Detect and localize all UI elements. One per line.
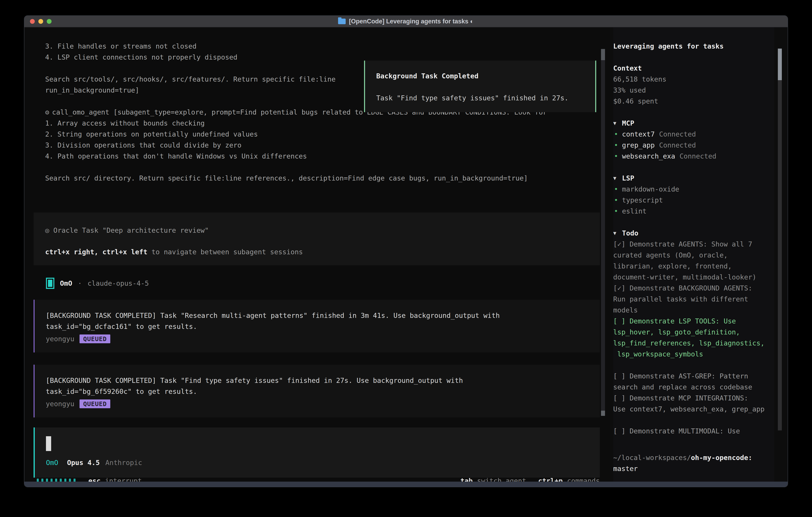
- zoom-button[interactable]: [47, 19, 52, 24]
- todo-line: [ ] Demonstrate AST-GREP: Pattern: [613, 371, 774, 382]
- todo-line: [✓] Demonstrate AGENTS: Show all 7: [613, 239, 774, 250]
- mcp-server-status: Connected: [659, 140, 696, 151]
- mcp-server-name: grep_app: [622, 140, 655, 151]
- text-cursor: [46, 436, 51, 451]
- prompt-input[interactable]: OmO Opus 4.5 Anthropic: [34, 428, 600, 478]
- bullet-icon: •: [613, 129, 622, 140]
- mcp-item: • websearch_exa Connected: [613, 151, 774, 162]
- toast-title: Background Task Completed: [376, 71, 584, 82]
- todo-list: [✓] Demonstrate AGENTS: Show all 7curate…: [613, 239, 774, 437]
- lsp-item: • markdown-oxide: [613, 184, 774, 195]
- todo-item: [ ] Demonstrate LSP TOOLS: Uselsp_hover,…: [613, 316, 774, 360]
- bullet-icon: •: [613, 184, 622, 195]
- agent-name: OmO: [60, 279, 72, 287]
- task-user: yeongyu: [46, 400, 74, 408]
- tool-call-items: 1. Array access without bounds checking2…: [45, 118, 547, 162]
- window-title: [OpenCode] Leveraging agents for tasks ◐: [338, 18, 474, 25]
- context-spent: $0.46 spent: [613, 96, 774, 107]
- mcp-heading: MCP: [622, 118, 634, 129]
- main-scrollbar-thumb[interactable]: [601, 49, 605, 60]
- todo-line: Run parallel tasks with different: [613, 294, 774, 305]
- gear-icon: ⚙: [45, 108, 49, 116]
- terminal-line: 2. String operations on potentially unde…: [45, 129, 547, 140]
- traffic-lights: [30, 16, 52, 27]
- todo-line: Use context7, websearch_exa, grep_app: [613, 404, 774, 415]
- mcp-server-status: Connected: [679, 151, 716, 162]
- lsp-item: • typescript: [613, 195, 774, 206]
- status-badge: QUEUED: [80, 400, 110, 408]
- terminal-pane[interactable]: 3. File handles or streams not closed4. …: [24, 27, 610, 487]
- window-titlebar[interactable]: [OpenCode] Leveraging agents for tasks ◐: [24, 16, 788, 27]
- todo-item: [ ] Demonstrate AST-GREP: Patternsearch …: [613, 371, 774, 393]
- sidebar-scrollbar-thumb[interactable]: [778, 49, 782, 80]
- chevron-down-icon: ▼: [613, 228, 622, 239]
- lsp-server-name: typescript: [622, 195, 663, 206]
- todo-line: document-writer, multimodal-looker): [613, 272, 774, 283]
- blank-line: [45, 162, 547, 173]
- todo-item: [✓] Demonstrate BACKGROUND AGENTS:Run pa…: [613, 283, 774, 316]
- chevron-down-icon: ▼: [613, 118, 622, 129]
- lsp-section-header[interactable]: ▼ LSP: [613, 173, 774, 184]
- session-title: Leveraging agents for tasks: [613, 41, 774, 52]
- todo-section-header[interactable]: ▼ Todo: [613, 228, 774, 239]
- workspace-path: ~/local-workspaces/oh-my-opencode: maste…: [613, 452, 752, 474]
- mcp-section-header[interactable]: ▼ MCP: [613, 118, 774, 129]
- bullet-icon: •: [613, 195, 622, 206]
- background-task-block: [BACKGROUND TASK COMPLETED] Task "Find t…: [34, 365, 600, 417]
- bullet-icon: •: [613, 140, 622, 151]
- context-tokens: 66,518 tokens: [613, 74, 774, 85]
- lsp-server-name: markdown-oxide: [622, 184, 679, 195]
- context-used: 33% used: [613, 85, 774, 96]
- task-message-line2: task_id="bg_6f59260c" to get results.: [46, 386, 589, 397]
- mcp-item: • context7 Connected: [613, 129, 774, 140]
- agent-separator: ·: [78, 279, 82, 287]
- mcp-item: • grep_app Connected: [613, 140, 774, 151]
- mcp-server-status: Connected: [659, 129, 696, 140]
- task-user: yeongyu: [46, 335, 74, 343]
- minimize-button[interactable]: [38, 19, 43, 24]
- todo-item: [✓] Demonstrate AGENTS: Show all 7curate…: [613, 239, 774, 283]
- oracle-task-box: ◎ Oracle Task "Deep architecture review"…: [34, 213, 600, 265]
- todo-line: [✓] Demonstrate BACKGROUND AGENTS:: [613, 283, 774, 294]
- close-button[interactable]: [30, 19, 35, 24]
- terminal-line: 4. Path operations that don't handle Win…: [45, 151, 547, 162]
- main-scrollbar-end: [601, 411, 605, 416]
- session-sidebar: Leveraging agents for tasks Context 66,5…: [613, 27, 774, 487]
- todo-item: [ ] Demonstrate MCP INTEGRATIONS:Use con…: [613, 393, 774, 415]
- status-badge: QUEUED: [80, 334, 110, 343]
- todo-line: lsp_hover, lsp_goto_definition,: [613, 327, 774, 338]
- task-message-line1: [BACKGROUND TASK COMPLETED] Task "Find t…: [46, 375, 589, 386]
- main-scrollbar[interactable]: [601, 49, 605, 416]
- todo-line: [ ] Demonstrate MULTIMODAL: Use: [613, 426, 774, 437]
- task-message-line1: [BACKGROUND TASK COMPLETED] Task "Resear…: [46, 310, 589, 321]
- workspace-path-repo: oh-my-opencode:: [691, 454, 752, 462]
- mcp-list: • context7 Connected • grep_app Connecte…: [613, 129, 774, 162]
- tool-call-tail: Search src/ directory. Return specific f…: [45, 173, 547, 184]
- mcp-server-name: context7: [622, 129, 655, 140]
- oracle-task-title: ◎ Oracle Task "Deep architecture review": [45, 225, 588, 236]
- input-agent-name: OmO: [46, 459, 58, 467]
- input-model-name: Opus 4.5: [67, 459, 100, 467]
- chevron-down-icon: ▼: [613, 173, 622, 184]
- terminal-window: [OpenCode] Leveraging agents for tasks ◐…: [24, 16, 788, 487]
- todo-line: search and replace across codebase: [613, 382, 774, 393]
- folder-icon: [338, 19, 346, 24]
- todo-line: librarian, explore, frontend,: [613, 261, 774, 272]
- oracle-task-hint: ctrl+x right, ctrl+x left to navigate be…: [45, 246, 588, 257]
- mcp-server-name: websearch_exa: [622, 151, 675, 162]
- task-meta-row: yeongyu QUEUED: [46, 400, 589, 408]
- terminal-line: 3. Division operations that could divide…: [45, 140, 547, 151]
- todo-heading: Todo: [622, 228, 638, 239]
- terminal-line: 1. Array access without bounds checking: [45, 118, 547, 129]
- hint-rest: to navigate between subagent sessions: [147, 248, 303, 256]
- notification-toast[interactable]: Background Task Completed Task "Find typ…: [364, 61, 596, 112]
- sidebar-scrollbar[interactable]: [778, 49, 782, 430]
- lsp-item: • eslint: [613, 206, 774, 217]
- agent-header: OmO · claude-opus-4-5: [46, 278, 149, 289]
- todo-line: [ ] Demonstrate LSP TOOLS: Use: [613, 316, 774, 327]
- todo-item: [ ] Demonstrate MULTIMODAL: Use: [613, 426, 774, 437]
- terminal-line: 3. File handles or streams not closed: [45, 41, 547, 52]
- window-title-text: [OpenCode] Leveraging agents for tasks ◐: [349, 18, 474, 25]
- input-provider-name: Anthropic: [105, 459, 142, 467]
- bullet-icon: •: [613, 206, 622, 217]
